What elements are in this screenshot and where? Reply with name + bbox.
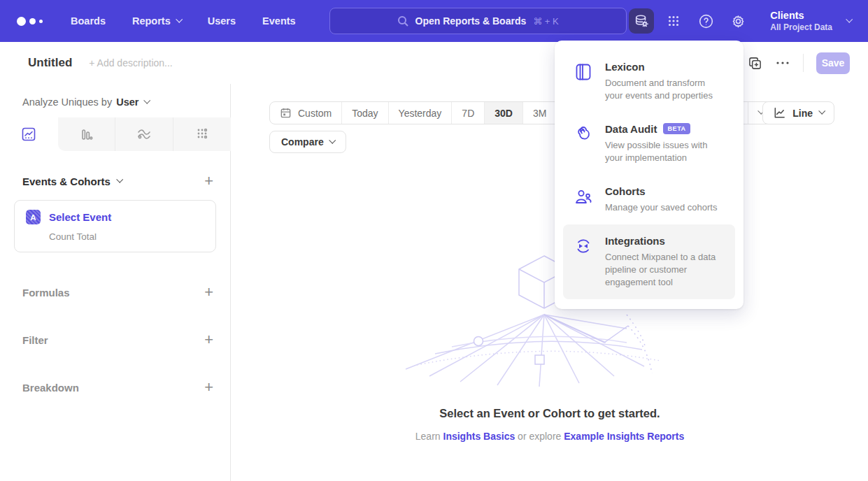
compare-label: Compare [281, 136, 324, 148]
line-chart-icon [20, 126, 37, 143]
select-event-button[interactable]: Select Event [49, 211, 111, 223]
calendar-icon [280, 107, 292, 119]
add-event-button[interactable]: + [204, 173, 213, 189]
ellipsis-icon [775, 55, 790, 71]
tab-bar-chart[interactable] [58, 117, 115, 151]
chart-type-value: Line [792, 108, 813, 119]
mixpanel-logo-icon[interactable] [17, 17, 43, 26]
date-range-yesterday[interactable]: Yesterday [388, 102, 452, 124]
top-nav: Boards Reports Users Events Open Reports… [0, 0, 868, 42]
help-icon [698, 13, 714, 29]
nav-users[interactable]: Users [208, 15, 236, 27]
divider [803, 54, 804, 72]
menu-item-lexicon[interactable]: Lexicon Document and transform your even… [563, 50, 735, 113]
query-builder-sidebar: Analyze Uniques by User [0, 84, 231, 481]
nav-reports-label: Reports [132, 15, 171, 27]
insights-basics-link[interactable]: Insights Basics [443, 431, 515, 442]
menu-item-integrations[interactable]: Integrations Connect Mixpanel to a data … [563, 224, 735, 299]
data-management-menu: Lexicon Document and transform your even… [555, 41, 744, 309]
breakdown-label: Breakdown [22, 382, 79, 394]
chevron-down-icon [176, 15, 183, 22]
nav-right-cluster: Clients All Project Data [629, 8, 851, 34]
learn-prefix: Learn [415, 431, 441, 442]
chevron-down-icon [116, 175, 123, 182]
or-explore-text: or explore [518, 431, 561, 442]
menu-item-title: Integrations [605, 235, 665, 247]
search-shortcut: ⌘ + K [533, 16, 559, 27]
event-series-badge: A [26, 210, 41, 224]
line-chart-icon [773, 106, 786, 120]
events-cohorts-toggle[interactable]: Events & Cohorts [22, 175, 122, 187]
add-filter-button[interactable]: + [204, 332, 213, 347]
report-title[interactable]: Untitled [28, 56, 72, 70]
compare-button[interactable]: Compare [269, 131, 346, 153]
chevron-down-icon [329, 136, 336, 143]
event-row-card[interactable]: A Select Event Count Total [14, 200, 216, 252]
save-button[interactable]: Save [816, 52, 850, 74]
project-selector[interactable]: Clients All Project Data [770, 10, 851, 32]
date-range-custom-label: Custom [298, 108, 332, 119]
metric-grid-icon [194, 126, 211, 143]
date-range-30d[interactable]: 30D [484, 102, 522, 124]
tab-flow-chart[interactable] [115, 117, 173, 151]
add-formula-button[interactable]: + [204, 285, 213, 300]
empty-state-subtitle: Learn Insights Basics or explore Example… [415, 431, 684, 442]
search-icon [397, 15, 408, 27]
chevron-down-icon [818, 108, 825, 115]
tab-line-chart[interactable] [0, 117, 58, 151]
chart-type-tabs [0, 117, 231, 151]
menu-item-description: Manage your saved cohorts [605, 201, 717, 214]
menu-item-title: Cohorts [605, 185, 646, 197]
add-breakdown-button[interactable]: + [204, 380, 213, 395]
events-cohorts-label: Events & Cohorts [22, 175, 111, 187]
analyze-row: Analyze Uniques by User [0, 84, 230, 117]
nav-events[interactable]: Events [262, 15, 296, 27]
date-range-3m[interactable]: 3M [522, 102, 556, 124]
flow-icon [136, 126, 152, 143]
chevron-down-icon [144, 96, 151, 103]
filter-section: Filter + [0, 332, 230, 347]
settings-button[interactable] [725, 8, 750, 34]
project-name: Clients [770, 10, 832, 21]
global-search-input[interactable]: Open Reports & Boards ⌘ + K [329, 8, 627, 34]
data-management-button[interactable] [629, 8, 654, 34]
integrations-sync-icon [574, 236, 593, 256]
more-options-button[interactable] [775, 55, 790, 71]
example-insights-reports-link[interactable]: Example Insights Reports [564, 431, 684, 442]
date-range-today[interactable]: Today [341, 102, 387, 124]
cohorts-users-icon [574, 187, 593, 206]
date-range-7d[interactable]: 7D [451, 102, 484, 124]
formulas-label: Formulas [22, 287, 70, 299]
tab-metric-chart[interactable] [173, 117, 231, 151]
report-canvas: Custom Today Yesterday 7D 30D 3M 6M Comp… [232, 84, 868, 481]
apps-grid-button[interactable] [661, 8, 686, 34]
chevron-down-icon [846, 15, 853, 22]
event-aggregation[interactable]: Count Total [49, 231, 204, 242]
menu-item-title: Lexicon [605, 61, 645, 73]
menu-item-data-audit[interactable]: Data Audit BETA View possible issues wit… [563, 113, 735, 175]
menu-item-description: Document and transform your events and p… [605, 77, 723, 102]
menu-item-description: View possible issues with your implement… [605, 139, 723, 164]
beta-badge: BETA [663, 123, 690, 134]
nav-boards[interactable]: Boards [71, 15, 106, 27]
primary-nav: Boards Reports Users Events [71, 15, 296, 27]
chart-type-dropdown[interactable]: Line [762, 101, 834, 124]
filter-label: Filter [22, 334, 48, 346]
add-description[interactable]: + Add description... [89, 57, 172, 69]
empty-state-title: Select an Event or Cohort to get started… [439, 407, 660, 420]
breakdown-section: Breakdown + [0, 380, 230, 395]
help-button[interactable] [693, 8, 718, 34]
formulas-section: Formulas + [0, 285, 230, 300]
bar-chart-icon [78, 126, 94, 143]
analyze-unit-dropdown[interactable]: User [116, 96, 149, 108]
analyze-unit-value: User [116, 96, 138, 108]
menu-item-title: Data Audit [605, 123, 657, 135]
menu-item-cohorts[interactable]: Cohorts Manage your saved cohorts [563, 175, 735, 224]
date-range-custom[interactable]: Custom [270, 102, 341, 124]
database-gear-icon [634, 13, 649, 29]
lexicon-book-icon [574, 62, 593, 82]
duplicate-button[interactable] [748, 56, 762, 71]
gear-icon [730, 13, 746, 29]
copy-icon [748, 56, 762, 71]
nav-reports[interactable]: Reports [132, 15, 181, 27]
